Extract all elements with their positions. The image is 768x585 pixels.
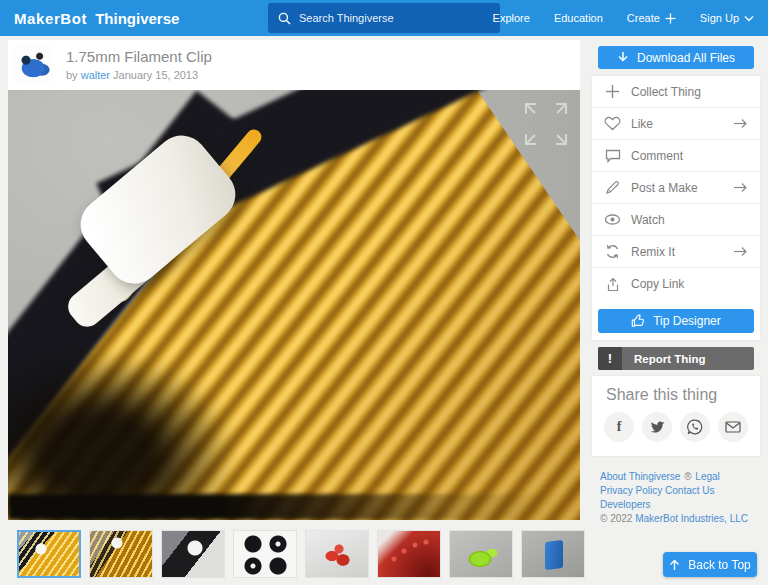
publish-date: January 15, 2013 bbox=[113, 69, 198, 81]
like-button[interactable]: Like bbox=[592, 108, 760, 140]
footer-link-developers[interactable]: Developers bbox=[600, 499, 651, 510]
remix-it-button[interactable]: Remix It bbox=[592, 236, 760, 268]
nav-create[interactable]: Create bbox=[627, 12, 676, 24]
footer-link-about[interactable]: About Thingiverse bbox=[600, 471, 680, 482]
tip-designer-button[interactable]: Tip Designer bbox=[598, 309, 754, 333]
eye-icon bbox=[604, 211, 621, 228]
watch-button[interactable]: Watch bbox=[592, 204, 760, 236]
comment-icon bbox=[604, 147, 621, 164]
byline: by walter January 15, 2013 bbox=[66, 69, 198, 81]
nav-education[interactable]: Education bbox=[554, 12, 603, 24]
share-heading: Share this thing bbox=[606, 386, 717, 404]
plus-icon bbox=[665, 13, 676, 24]
footer-link-legal[interactable]: Legal bbox=[695, 471, 719, 482]
arrow-right-icon bbox=[733, 118, 748, 129]
share-card: Share this thing f bbox=[592, 376, 760, 456]
fullscreen-expand-icon[interactable] bbox=[518, 98, 574, 150]
arrow-up-icon bbox=[669, 559, 680, 571]
arrow-right-icon bbox=[733, 182, 748, 193]
collect-thing-button[interactable]: Collect Thing bbox=[592, 76, 760, 108]
top-navigation: Explore Education Create Sign Up bbox=[493, 0, 754, 36]
registered-mark: ® bbox=[684, 471, 691, 482]
heart-icon bbox=[604, 115, 621, 132]
thumbnail-7-green-clips[interactable] bbox=[449, 530, 513, 578]
photo-bottom-shadow bbox=[8, 494, 580, 520]
thumbnail-strip bbox=[17, 530, 585, 578]
plus-icon bbox=[604, 83, 621, 100]
post-a-make-button[interactable]: Post a Make bbox=[592, 172, 760, 204]
footer-links: About Thingiverse ® Legal Privacy Policy… bbox=[600, 470, 752, 526]
nav-explore[interactable]: Explore bbox=[493, 12, 530, 24]
facebook-icon[interactable]: f bbox=[604, 412, 634, 442]
thing-avatar bbox=[14, 45, 54, 85]
report-thing-button[interactable]: ! Report Thing bbox=[598, 347, 754, 370]
footer-link-contact-us[interactable]: Contact Us bbox=[665, 485, 714, 496]
share-icons: f bbox=[604, 412, 748, 442]
footer-link-makerbot-industries[interactable]: MakerBot Industries, LLC bbox=[635, 513, 748, 524]
search-icon bbox=[278, 12, 291, 25]
thumbnail-6-red-spool-with-clips[interactable] bbox=[377, 530, 441, 578]
action-list: Collect Thing Like Comment Post a Make bbox=[592, 76, 760, 340]
arrow-right-icon bbox=[733, 246, 748, 257]
author-link[interactable]: walter bbox=[81, 69, 110, 81]
comment-button[interactable]: Comment bbox=[592, 140, 760, 172]
pencil-icon bbox=[604, 179, 621, 196]
page-title: 1.75mm Filament Clip bbox=[66, 48, 212, 65]
nav-sign-up[interactable]: Sign Up bbox=[700, 12, 754, 24]
back-to-top-button[interactable]: Back to Top bbox=[663, 552, 757, 577]
search-box[interactable] bbox=[268, 3, 500, 33]
twitter-icon[interactable] bbox=[642, 412, 672, 442]
search-input[interactable] bbox=[291, 3, 500, 33]
download-all-files-button[interactable]: Download All Files bbox=[598, 46, 754, 69]
thingiverse-logo[interactable]: MakerBot Thingiverse bbox=[14, 0, 179, 36]
exclamation-icon: ! bbox=[598, 347, 622, 370]
email-icon[interactable] bbox=[718, 412, 748, 442]
thumbnail-2-yellow-filament-closeup[interactable] bbox=[89, 530, 153, 578]
logo-thingiverse: Thingiverse bbox=[95, 10, 179, 27]
copyright-text: © 2022 bbox=[600, 513, 632, 524]
thumbnail-5-red-clips[interactable] bbox=[305, 530, 369, 578]
thing-photo[interactable] bbox=[8, 90, 580, 520]
thumbnail-1-yellow-spool-with-clip[interactable] bbox=[17, 530, 81, 578]
thing-header-card: 1.75mm Filament Clip by walter January 1… bbox=[8, 40, 580, 90]
thumbs-up-icon bbox=[631, 314, 645, 328]
top-header: MakerBot Thingiverse Explore Education C… bbox=[0, 0, 768, 36]
footer-link-privacy-policy[interactable]: Privacy Policy bbox=[600, 485, 662, 496]
whatsapp-icon[interactable] bbox=[680, 412, 710, 442]
download-icon bbox=[617, 51, 629, 64]
thumbnail-4-four-black-spools[interactable] bbox=[233, 530, 297, 578]
logo-makerbot: MakerBot bbox=[14, 10, 87, 27]
chevron-down-icon bbox=[744, 15, 754, 22]
copy-link-button[interactable]: Copy Link bbox=[592, 268, 760, 300]
thumbnail-8-blue-clip-render[interactable] bbox=[521, 530, 585, 578]
share-export-icon bbox=[604, 276, 621, 293]
thumbnail-3-white-clip-on-black-spool[interactable] bbox=[161, 530, 225, 578]
remix-icon bbox=[604, 243, 621, 260]
blue-clip-shape bbox=[545, 540, 563, 570]
